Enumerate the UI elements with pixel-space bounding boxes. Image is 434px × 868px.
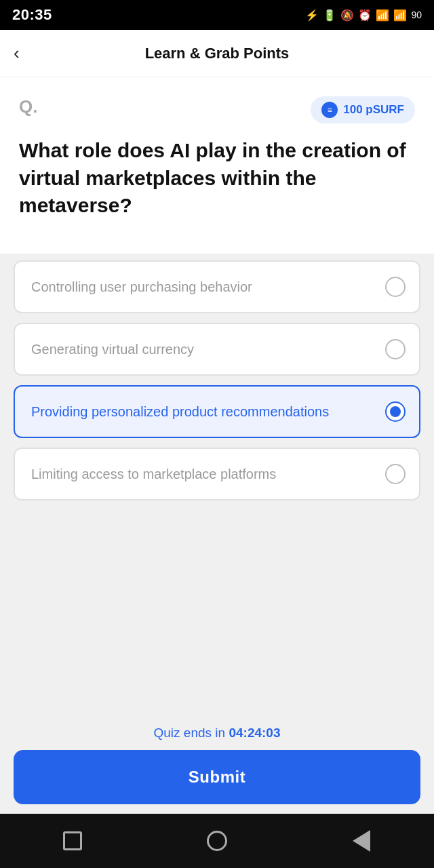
option-d[interactable]: Limiting access to marketplace platforms	[14, 448, 420, 500]
wifi-icon: 📶	[393, 9, 407, 22]
mute-icon: 🔕	[340, 9, 354, 22]
option-d-label: Limiting access to marketplace platforms	[31, 465, 378, 484]
timer-label: Quiz ends in	[154, 726, 229, 740]
android-home-button[interactable]	[205, 829, 229, 853]
option-a[interactable]: Controlling user purchasing behavior	[14, 260, 420, 313]
option-c-radio-inner	[390, 406, 401, 417]
nav-title: Learn & Grab Points	[145, 45, 290, 62]
question-card: Q. ≡ 100 pSURF What role does AI play in…	[0, 77, 434, 254]
option-c-radio	[385, 401, 406, 422]
question-text: What role does AI play in the creation o…	[19, 137, 415, 220]
android-back-button[interactable]	[349, 829, 374, 853]
question-header: Q. ≡ 100 pSURF	[19, 96, 415, 123]
bluetooth-icon: ⚡	[305, 9, 319, 22]
q-label: Q.	[19, 96, 37, 117]
home-icon	[207, 831, 227, 851]
signal-icon: 📶	[376, 9, 389, 22]
option-b-label: Generating virtual currency	[31, 340, 378, 359]
recent-apps-icon	[63, 831, 82, 850]
android-nav-bar	[0, 814, 434, 868]
timer-display: Quiz ends in 04:24:03	[14, 726, 420, 741]
status-icons: ⚡ 🔋 🔕 ⏰ 📶 📶 90	[305, 9, 422, 22]
alarm-icon: ⏰	[358, 9, 372, 22]
submit-button[interactable]: Submit	[14, 750, 420, 804]
back-icon	[353, 830, 370, 852]
footer: Quiz ends in 04:24:03 Submit	[0, 713, 434, 814]
option-d-radio	[385, 464, 406, 484]
status-time: 20:35	[12, 6, 52, 24]
option-b-radio	[385, 339, 406, 359]
options-container: Controlling user purchasing behavior Gen…	[0, 254, 434, 514]
psurf-icon: ≡	[321, 102, 338, 118]
timer-value: 04:24:03	[229, 726, 280, 740]
option-c[interactable]: Providing personalized product recommend…	[14, 385, 420, 438]
android-recent-button[interactable]	[60, 829, 85, 853]
option-a-radio	[385, 277, 406, 297]
status-bar: 20:35 ⚡ 🔋 🔕 ⏰ 📶 📶 90	[0, 0, 434, 30]
option-a-label: Controlling user purchasing behavior	[31, 277, 378, 296]
top-nav: ‹ Learn & Grab Points	[0, 30, 434, 77]
option-b[interactable]: Generating virtual currency	[14, 323, 420, 376]
main-content: Q. ≡ 100 pSURF What role does AI play in…	[0, 77, 434, 713]
battery-percent: 90	[411, 9, 422, 20]
option-c-label: Providing personalized product recommend…	[31, 402, 378, 421]
back-button[interactable]: ‹	[14, 43, 20, 64]
points-badge: ≡ 100 pSURF	[311, 96, 415, 123]
battery-low-icon: 🔋	[323, 9, 336, 22]
points-text: 100 pSURF	[343, 103, 404, 117]
